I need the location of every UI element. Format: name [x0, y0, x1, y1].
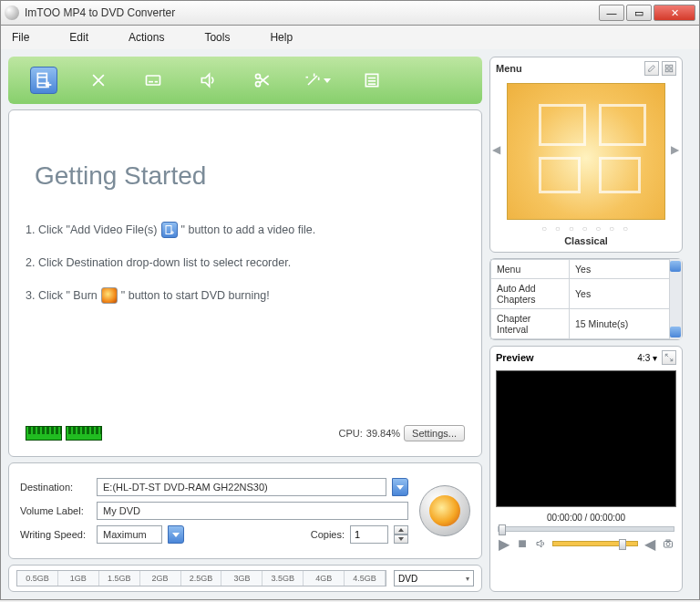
step-1: 1. Click "Add Video File(s) " button to … [26, 222, 465, 238]
cpu-value: 39.84% [366, 428, 400, 439]
cpu-row: CPU: 39.84% Settings... [26, 425, 465, 441]
svg-rect-27 [670, 65, 673, 67]
svg-rect-7 [147, 76, 160, 85]
minimize-button[interactable]: — [599, 5, 624, 21]
snapshot-button[interactable] [662, 537, 674, 550]
properties-panel: MenuYes Auto Add ChaptersYes Chapter Int… [489, 258, 683, 340]
subtitle-icon [144, 71, 162, 89]
template-thumbnail[interactable] [507, 83, 665, 220]
settings-button[interactable]: Settings... [404, 425, 465, 441]
getting-started-panel: Getting Started 1. Click "Add Video File… [8, 109, 482, 457]
svg-marker-10 [201, 74, 209, 86]
chevron-down-icon [324, 78, 331, 83]
svg-line-31 [670, 358, 673, 361]
audio-button[interactable] [194, 67, 221, 94]
aspect-ratio-select[interactable]: 4:3 ▾ [637, 353, 657, 363]
svg-line-30 [665, 354, 668, 357]
speaker-icon [535, 538, 546, 549]
clip-button[interactable] [249, 67, 276, 94]
delete-button[interactable] [85, 67, 112, 94]
menu-templates-button[interactable] [662, 61, 676, 76]
burn-inline-icon [101, 287, 118, 304]
scroll-down-button[interactable] [670, 327, 681, 337]
destination-dropdown-button[interactable] [392, 478, 408, 496]
writing-speed-dropdown-button[interactable] [168, 525, 184, 544]
app-icon [5, 5, 19, 20]
menu-edit-button[interactable] [644, 61, 659, 76]
destination-label: Destination: [20, 482, 91, 493]
svg-line-15 [308, 76, 317, 85]
menu-edit[interactable]: Edit [69, 31, 88, 44]
mute-button[interactable] [534, 537, 547, 550]
effects-button[interactable] [304, 67, 331, 94]
toolbar [8, 57, 482, 104]
burn-button[interactable] [419, 485, 470, 536]
cpu-graph-2 [66, 426, 102, 441]
wand-icon [304, 71, 322, 89]
template-pager-dots: ○ ○ ○ ○ ○ ○ ○ [490, 223, 682, 234]
template-name: Classical [490, 234, 682, 252]
menu-actions[interactable]: Actions [129, 31, 164, 44]
scroll-up-button[interactable] [670, 261, 681, 272]
svg-rect-35 [666, 540, 670, 542]
titlebar: ImTOO MP4 to DVD Converter — ▭ ✕ [0, 0, 700, 26]
copies-up-button[interactable] [394, 525, 408, 535]
template-prev-button[interactable]: ◀ [492, 143, 501, 156]
menu-file[interactable]: File [12, 31, 29, 44]
list-icon [363, 71, 381, 89]
menu-tools[interactable]: Tools [204, 31, 230, 44]
menu-panel-title: Menu [496, 63, 522, 74]
destination-select[interactable]: E:(HL-DT-ST DVD-RAM GH22NS30) [97, 478, 386, 496]
svg-rect-29 [670, 69, 673, 72]
properties-table: MenuYes Auto Add ChaptersYes Chapter Int… [490, 259, 670, 339]
film-plus-icon [35, 71, 53, 89]
menu-help[interactable]: Help [270, 31, 293, 44]
svg-point-12 [256, 82, 261, 87]
grid-icon [664, 64, 674, 73]
volume-thumb[interactable] [619, 539, 626, 550]
add-video-inline-icon [161, 222, 178, 238]
disc-type-select[interactable]: DVD▾ [394, 570, 474, 586]
maximize-button[interactable]: ▭ [626, 5, 652, 21]
seek-thumb[interactable] [499, 524, 506, 535]
preview-title: Preview [496, 352, 534, 363]
svg-point-34 [666, 543, 670, 546]
close-button[interactable]: ✕ [654, 5, 695, 21]
seek-bar[interactable] [498, 526, 674, 532]
menubar: File Edit Actions Tools Help [0, 26, 700, 49]
volume-slider[interactable] [552, 541, 638, 546]
add-video-button[interactable] [30, 67, 57, 94]
stop-button[interactable]: ■ [516, 537, 529, 550]
template-next-button[interactable]: ▶ [671, 143, 680, 156]
prev-frame-button[interactable]: ◀ [643, 537, 656, 550]
window-buttons: — ▭ ✕ [599, 5, 695, 21]
disc-size-scale: 0.5GB 1GB 1.5GB 2GB 2.5GB 3GB 3.5GB 4GB … [16, 570, 386, 586]
play-button[interactable]: ▶ [498, 537, 510, 550]
properties-scrollbar[interactable] [670, 259, 682, 339]
table-row: Auto Add ChaptersYes [491, 279, 670, 309]
writing-speed-select[interactable]: Maximum [97, 525, 162, 544]
step-2: 2. Click Destination drop-down list to s… [26, 256, 465, 269]
svg-rect-26 [665, 65, 668, 67]
preview-panel: Preview 4:3 ▾ 00:00:00 / 00:00:00 ▶ ■ ◀ [489, 346, 683, 592]
step-3: 3. Click " Burn " button to start DVD bu… [26, 287, 465, 304]
chevron-down-icon [396, 485, 404, 490]
volume-label-input[interactable]: My DVD [97, 502, 408, 520]
preview-video [496, 370, 676, 507]
destination-panel: Destination: E:(HL-DT-ST DVD-RAM GH22NS3… [8, 462, 482, 559]
svg-rect-28 [665, 69, 668, 72]
table-row: Chapter Interval15 Minute(s) [491, 309, 670, 339]
speaker-icon [199, 71, 217, 89]
scissors-icon [253, 71, 272, 89]
preview-time: 00:00:00 / 00:00:00 [490, 509, 682, 526]
writing-speed-label: Writing Speed: [20, 529, 91, 540]
getting-started-heading: Getting Started [35, 161, 465, 191]
chevron-down-icon [172, 533, 180, 537]
copies-down-button[interactable] [394, 535, 408, 544]
fullscreen-button[interactable] [662, 350, 676, 365]
properties-button[interactable] [358, 67, 386, 94]
subtitle-button[interactable] [139, 67, 167, 94]
volume-label-label: Volume Label: [20, 505, 91, 516]
flame-icon [429, 495, 460, 526]
copies-input[interactable] [350, 525, 388, 544]
